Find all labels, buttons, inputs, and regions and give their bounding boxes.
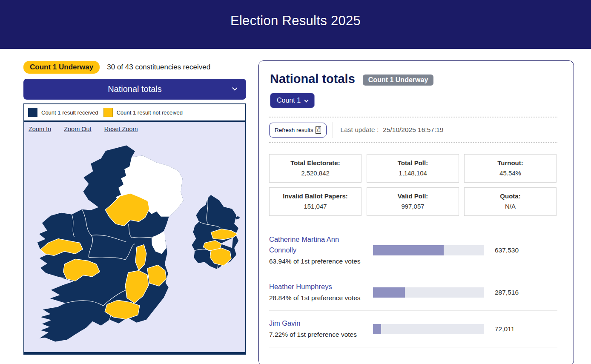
candidate-name-link[interactable]: Heather Humphreys: [269, 281, 368, 292]
refresh-row: Refresh results F021 Last update : 25/10…: [269, 118, 557, 142]
candidate-name-link[interactable]: Jim Gavin: [269, 318, 368, 329]
candidate-text: Heather Humphreys 28.84% of 1st preferen…: [269, 281, 368, 303]
stat-value: 45.54%: [468, 169, 553, 177]
stat-value: 2,520,842: [273, 169, 358, 177]
count-status-row: Count 1 Underway 30 of 43 constituencies…: [23, 60, 246, 74]
chevron-down-icon: [304, 98, 309, 102]
map-zoom-controls: Zoom In Zoom Out Reset Zoom: [24, 122, 245, 136]
vertical-divider: [333, 122, 333, 138]
candidate-results-list: Catherine Martina Ann Connolly 63.94% of…: [269, 227, 557, 347]
legend-not-received-label: Count 1 result not received: [117, 109, 183, 116]
stat-value: N/A: [468, 203, 553, 210]
dotted-separator: [269, 142, 557, 143]
constituencies-received-text: 30 of 43 constituencies received: [107, 63, 210, 72]
vote-bar-track: [373, 245, 484, 255]
chevron-down-icon: [232, 85, 238, 91]
refresh-results-button[interactable]: Refresh results F021: [269, 123, 327, 138]
stat-label: Invalid Ballot Papers:: [273, 192, 358, 200]
reset-zoom-link[interactable]: Reset Zoom: [104, 126, 138, 132]
stat-label: Total Electorate:: [273, 159, 358, 166]
legend-received-swatch: [28, 108, 37, 117]
stat-quota: Quota: N/A: [464, 187, 557, 216]
refresh-icon: F021: [316, 126, 321, 134]
map-svg[interactable]: [24, 136, 245, 352]
zoom-out-link[interactable]: Zoom Out: [64, 126, 91, 132]
stat-label: Total Poll:: [370, 159, 455, 166]
zoom-in-link[interactable]: Zoom In: [29, 126, 51, 132]
count-selector-dropdown[interactable]: Count 1: [270, 93, 315, 108]
stat-turnout: Turnout: 45.54%: [464, 154, 557, 183]
stat-label: Quota:: [468, 192, 553, 200]
legend-received-label: Count 1 result received: [41, 109, 98, 116]
stat-label: Valid Poll:: [370, 192, 455, 200]
map-column: Count 1 Underway 30 of 43 constituencies…: [23, 60, 246, 355]
stat-invalid-ballots: Invalid Ballot Papers: 151,047: [269, 187, 361, 216]
stat-valid-poll: Valid Poll: 997,057: [367, 187, 459, 216]
national-totals-card: National totals Count 1 Underway Count 1…: [258, 60, 574, 364]
card-title: National totals: [270, 72, 355, 86]
candidate-vote-count: 637,530: [495, 246, 519, 254]
map-panel: Count 1 result received Count 1 result n…: [23, 103, 246, 355]
stat-total-poll: Total Poll: 1,148,104: [367, 154, 459, 183]
candidate-vote-count: 287,516: [495, 289, 519, 296]
candidate-preference-text: 28.84% of 1st preference votes: [269, 293, 368, 303]
last-update-label: Last update :: [341, 126, 379, 134]
candidate-name-link[interactable]: Catherine Martina Ann Connolly: [269, 234, 368, 255]
stat-label: Turnout:: [468, 159, 553, 166]
map-dublin-inset[interactable]: [192, 195, 240, 269]
app-header: Election Results 2025: [0, 0, 591, 49]
count-selector-label: Count 1: [277, 97, 301, 104]
constituency-selector-dropdown[interactable]: National totals: [23, 79, 246, 100]
main-layout: Count 1 Underway 30 of 43 constituencies…: [0, 49, 591, 364]
legend-not-received-swatch: [103, 108, 113, 117]
map-legend: Count 1 result received Count 1 result n…: [24, 104, 245, 122]
stat-value: 1,148,104: [370, 169, 455, 177]
page-title: Election Results 2025: [230, 13, 361, 29]
candidate-row: Catherine Martina Ann Connolly 63.94% of…: [269, 227, 557, 274]
page: Election Results 2025 Count 1 Underway 3…: [0, 0, 591, 364]
count-underway-badge: Count 1 Underway: [363, 75, 433, 86]
card-header: National totals Count 1 Underway: [270, 72, 557, 86]
last-update-value: 25/10/2025 16:57:19: [383, 126, 443, 134]
stat-total-electorate: Total Electorate: 2,520,842: [269, 154, 361, 183]
vote-bar-fill: [373, 324, 381, 334]
vote-bar-track: [373, 287, 484, 298]
candidate-vote-count: 72,011: [495, 325, 514, 333]
count-status-badge: Count 1 Underway: [23, 61, 100, 74]
stats-grid: Total Electorate: 2,520,842 Total Poll: …: [269, 154, 557, 216]
stat-value: 997,057: [370, 203, 455, 210]
ireland-constituency-map[interactable]: [24, 136, 245, 352]
candidate-preference-text: 7.22% of 1st preference votes: [269, 330, 368, 340]
candidate-text: Jim Gavin 7.22% of 1st preference votes: [269, 318, 368, 340]
refresh-button-label: Refresh results: [275, 127, 313, 133]
vote-bar-fill: [373, 245, 444, 255]
candidate-text: Catherine Martina Ann Connolly 63.94% of…: [269, 234, 368, 267]
candidate-row: Heather Humphreys 28.84% of 1st preferen…: [269, 274, 557, 311]
constituency-selector-label: National totals: [108, 84, 162, 94]
stat-value: 151,047: [273, 203, 358, 210]
candidate-row: Jim Gavin 7.22% of 1st preference votes …: [269, 311, 557, 347]
vote-bar-fill: [373, 287, 405, 298]
candidate-preference-text: 63.94% of 1st preference votes: [269, 256, 368, 267]
vote-bar-track: [373, 324, 484, 334]
